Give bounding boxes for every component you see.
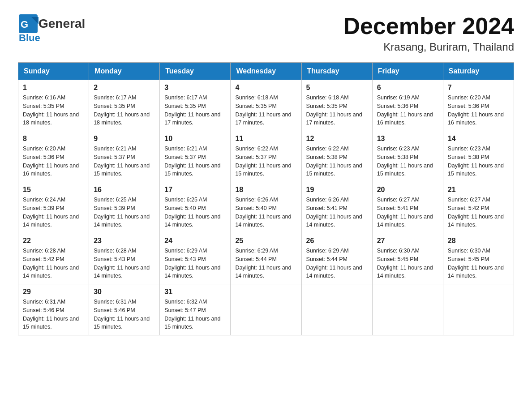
table-row: 11 Sunrise: 6:22 AM Sunset: 5:37 PM Dayl… (231, 131, 301, 182)
day-info: Sunrise: 6:20 AM Sunset: 5:36 PM Dayligh… (448, 94, 509, 127)
day-info: Sunrise: 6:29 AM Sunset: 5:44 PM Dayligh… (235, 247, 296, 280)
day-info: Sunrise: 6:23 AM Sunset: 5:38 PM Dayligh… (377, 145, 438, 178)
day-info: Sunrise: 6:31 AM Sunset: 5:46 PM Dayligh… (94, 298, 155, 331)
day-number: 22 (23, 237, 84, 245)
logo-blue-text: Blue (19, 32, 40, 44)
day-info: Sunrise: 6:21 AM Sunset: 5:37 PM Dayligh… (94, 145, 155, 178)
col-sunday: Sunday (18, 63, 89, 80)
table-row: 9 Sunrise: 6:21 AM Sunset: 5:37 PM Dayli… (89, 131, 160, 182)
day-info: Sunrise: 6:16 AM Sunset: 5:35 PM Dayligh… (23, 94, 84, 127)
day-number: 29 (23, 288, 84, 296)
day-number: 24 (164, 237, 226, 245)
col-thursday: Thursday (301, 63, 372, 80)
col-saturday: Saturday (443, 63, 514, 80)
day-info: Sunrise: 6:17 AM Sunset: 5:35 PM Dayligh… (94, 94, 155, 127)
day-info: Sunrise: 6:29 AM Sunset: 5:43 PM Dayligh… (164, 247, 226, 280)
table-row: 18 Sunrise: 6:26 AM Sunset: 5:40 PM Dayl… (231, 182, 301, 233)
calendar-header-row: Sunday Monday Tuesday Wednesday Thursday… (18, 63, 514, 80)
day-info: Sunrise: 6:18 AM Sunset: 5:35 PM Dayligh… (306, 94, 368, 127)
col-wednesday: Wednesday (231, 63, 301, 80)
day-number: 26 (306, 237, 368, 245)
day-info: Sunrise: 6:22 AM Sunset: 5:38 PM Dayligh… (306, 145, 368, 178)
table-row: 23 Sunrise: 6:28 AM Sunset: 5:43 PM Dayl… (89, 233, 160, 284)
calendar-week-row: 1 Sunrise: 6:16 AM Sunset: 5:35 PM Dayli… (18, 80, 514, 131)
day-number: 8 (23, 135, 84, 143)
day-number: 28 (448, 237, 509, 245)
table-row: 25 Sunrise: 6:29 AM Sunset: 5:44 PM Dayl… (231, 233, 301, 284)
calendar-week-row: 15 Sunrise: 6:24 AM Sunset: 5:39 PM Dayl… (18, 182, 514, 233)
table-row: 30 Sunrise: 6:31 AM Sunset: 5:46 PM Dayl… (89, 284, 160, 335)
col-friday: Friday (372, 63, 443, 80)
day-info: Sunrise: 6:31 AM Sunset: 5:46 PM Dayligh… (23, 298, 84, 331)
logo: G General Blue (18, 13, 85, 44)
table-row: 7 Sunrise: 6:20 AM Sunset: 5:36 PM Dayli… (443, 80, 514, 131)
table-row: 16 Sunrise: 6:25 AM Sunset: 5:39 PM Dayl… (89, 182, 160, 233)
day-info: Sunrise: 6:24 AM Sunset: 5:39 PM Dayligh… (23, 196, 84, 229)
calendar-week-row: 29 Sunrise: 6:31 AM Sunset: 5:46 PM Dayl… (18, 284, 514, 335)
table-row: 29 Sunrise: 6:31 AM Sunset: 5:46 PM Dayl… (18, 284, 89, 335)
day-number: 19 (306, 186, 368, 194)
day-info: Sunrise: 6:26 AM Sunset: 5:40 PM Dayligh… (235, 196, 296, 229)
day-number: 21 (448, 186, 509, 194)
day-number: 13 (377, 135, 438, 143)
day-info: Sunrise: 6:21 AM Sunset: 5:37 PM Dayligh… (164, 145, 226, 178)
day-number: 2 (94, 84, 155, 92)
table-row (231, 284, 301, 335)
day-info: Sunrise: 6:28 AM Sunset: 5:42 PM Dayligh… (23, 247, 84, 280)
table-row: 3 Sunrise: 6:17 AM Sunset: 5:35 PM Dayli… (160, 80, 231, 131)
table-row: 12 Sunrise: 6:22 AM Sunset: 5:38 PM Dayl… (301, 131, 372, 182)
day-number: 25 (235, 237, 296, 245)
calendar-subtitle: Krasang, Buriram, Thailand (343, 41, 514, 53)
day-number: 10 (164, 135, 226, 143)
day-number: 6 (377, 84, 438, 92)
table-row: 13 Sunrise: 6:23 AM Sunset: 5:38 PM Dayl… (372, 131, 443, 182)
day-number: 7 (448, 84, 509, 92)
calendar-week-row: 22 Sunrise: 6:28 AM Sunset: 5:42 PM Dayl… (18, 233, 514, 284)
table-row (301, 284, 372, 335)
day-number: 15 (23, 186, 84, 194)
day-info: Sunrise: 6:22 AM Sunset: 5:37 PM Dayligh… (235, 145, 296, 178)
table-row: 14 Sunrise: 6:23 AM Sunset: 5:38 PM Dayl… (443, 131, 514, 182)
day-number: 4 (235, 84, 296, 92)
day-number: 1 (23, 84, 84, 92)
calendar-table: Sunday Monday Tuesday Wednesday Thursday… (18, 62, 514, 335)
table-row: 21 Sunrise: 6:27 AM Sunset: 5:42 PM Dayl… (443, 182, 514, 233)
day-number: 30 (94, 288, 155, 296)
day-number: 17 (164, 186, 226, 194)
svg-text:G: G (21, 19, 28, 30)
table-row: 24 Sunrise: 6:29 AM Sunset: 5:43 PM Dayl… (160, 233, 231, 284)
day-info: Sunrise: 6:29 AM Sunset: 5:44 PM Dayligh… (306, 247, 368, 280)
day-number: 3 (164, 84, 226, 92)
day-number: 5 (306, 84, 368, 92)
table-row: 10 Sunrise: 6:21 AM Sunset: 5:37 PM Dayl… (160, 131, 231, 182)
table-row: 31 Sunrise: 6:32 AM Sunset: 5:47 PM Dayl… (160, 284, 231, 335)
day-number: 9 (94, 135, 155, 143)
table-row: 28 Sunrise: 6:30 AM Sunset: 5:45 PM Dayl… (443, 233, 514, 284)
logo-general-text: General (39, 17, 85, 30)
calendar-week-row: 8 Sunrise: 6:20 AM Sunset: 5:36 PM Dayli… (18, 131, 514, 182)
day-number: 27 (377, 237, 438, 245)
table-row: 19 Sunrise: 6:26 AM Sunset: 5:41 PM Dayl… (301, 182, 372, 233)
day-info: Sunrise: 6:25 AM Sunset: 5:39 PM Dayligh… (94, 196, 155, 229)
table-row: 17 Sunrise: 6:25 AM Sunset: 5:40 PM Dayl… (160, 182, 231, 233)
day-info: Sunrise: 6:27 AM Sunset: 5:42 PM Dayligh… (448, 196, 509, 229)
table-row: 1 Sunrise: 6:16 AM Sunset: 5:35 PM Dayli… (18, 80, 89, 131)
table-row: 15 Sunrise: 6:24 AM Sunset: 5:39 PM Dayl… (18, 182, 89, 233)
day-info: Sunrise: 6:19 AM Sunset: 5:36 PM Dayligh… (377, 94, 438, 127)
day-info: Sunrise: 6:30 AM Sunset: 5:45 PM Dayligh… (448, 247, 509, 280)
day-info: Sunrise: 6:32 AM Sunset: 5:47 PM Dayligh… (164, 298, 226, 331)
table-row: 6 Sunrise: 6:19 AM Sunset: 5:36 PM Dayli… (372, 80, 443, 131)
day-number: 18 (235, 186, 296, 194)
title-block: December 2024 Krasang, Buriram, Thailand (343, 13, 514, 53)
table-row (443, 284, 514, 335)
day-info: Sunrise: 6:25 AM Sunset: 5:40 PM Dayligh… (164, 196, 226, 229)
day-number: 20 (377, 186, 438, 194)
day-info: Sunrise: 6:18 AM Sunset: 5:35 PM Dayligh… (235, 94, 296, 127)
day-info: Sunrise: 6:23 AM Sunset: 5:38 PM Dayligh… (448, 145, 509, 178)
table-row (372, 284, 443, 335)
day-number: 11 (235, 135, 296, 143)
table-row: 20 Sunrise: 6:27 AM Sunset: 5:41 PM Dayl… (372, 182, 443, 233)
page-header: G General Blue December 2024 Krasang, Bu… (18, 13, 514, 53)
table-row: 26 Sunrise: 6:29 AM Sunset: 5:44 PM Dayl… (301, 233, 372, 284)
calendar-title: December 2024 (343, 13, 514, 39)
